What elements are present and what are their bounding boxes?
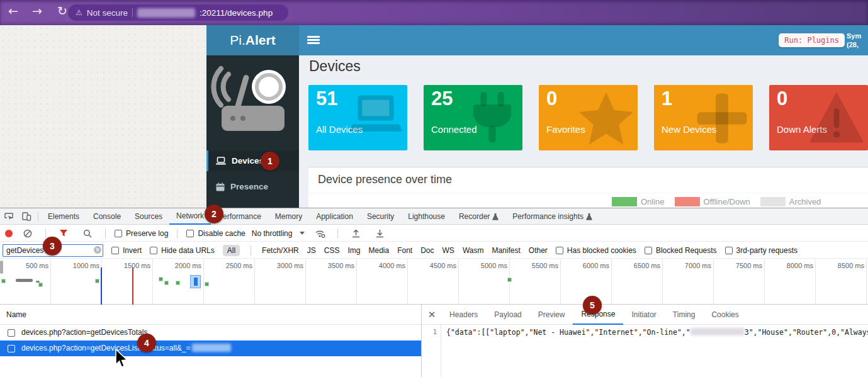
back-icon[interactable]: ← — [5, 4, 21, 18]
request-name-column-header[interactable]: Name — [0, 305, 421, 325]
has-blocked-cookies-checkbox[interactable]: Has blocked cookies — [556, 246, 636, 255]
sidebar: Devices Presence — [206, 55, 299, 208]
throttling-dropdown[interactable]: No throttling — [252, 229, 305, 238]
disable-cache-checkbox[interactable]: Disable cache — [186, 229, 245, 238]
line-number-gutter: 1 — [422, 325, 441, 377]
checkbox[interactable] — [725, 247, 733, 254]
clear-icon[interactable] — [19, 225, 37, 241]
forward-icon[interactable]: → — [29, 4, 45, 18]
menu-toggle-icon[interactable] — [307, 36, 320, 45]
close-icon[interactable]: ✕ — [422, 309, 441, 320]
waterfall-marker — [205, 283, 208, 286]
summary-cards: 51 All Devices 25 Connected — [308, 85, 868, 150]
inspect-element-icon[interactable] — [0, 208, 18, 224]
waterfall-marker — [165, 281, 168, 284]
filter-pill-doc[interactable]: Doc — [420, 246, 434, 255]
legend-offline: Offline/Down — [675, 197, 750, 206]
detail-tab-payload[interactable]: Payload — [486, 305, 529, 325]
record-button[interactable] — [5, 230, 13, 237]
detail-tab-initiator[interactable]: Initiator — [623, 305, 664, 325]
filter-pill-js[interactable]: JS — [307, 246, 316, 255]
tab-memory[interactable]: Memory — [268, 208, 309, 225]
experiment-flask-icon — [492, 213, 499, 220]
checkbox[interactable] — [115, 230, 122, 237]
sidebar-item-devices[interactable]: Devices — [206, 150, 299, 171]
plug-icon — [465, 90, 520, 148]
device-toolbar-icon[interactable] — [18, 208, 35, 224]
tab-sources[interactable]: Sources — [128, 208, 169, 225]
tab-elements[interactable]: Elements — [41, 208, 86, 225]
checkbox[interactable] — [556, 247, 563, 254]
filter-pill-other[interactable]: Other — [529, 246, 548, 255]
tab-lighthouse[interactable]: Lighthouse — [401, 208, 452, 225]
app-logo[interactable]: Pi.Alert — [206, 25, 299, 55]
card-down-alerts[interactable]: 0 Down Alerts — [769, 85, 868, 150]
annotation-step-1: 1 — [261, 152, 279, 171]
card-favorites[interactable]: 0 Favorites — [539, 85, 638, 150]
filter-pill-fetch-xhr[interactable]: Fetch/XHR — [262, 246, 299, 255]
clear-filter-icon[interactable]: ✕ — [94, 246, 101, 254]
address-divider — [132, 8, 133, 17]
address-bar[interactable]: ⚠ Not secure :20211/devices.php — [68, 4, 288, 21]
preserve-log-checkbox[interactable]: Preserve log — [115, 229, 168, 238]
blocked-requests-checkbox[interactable]: Blocked Requests — [645, 246, 717, 255]
network-toolbar: Preserve log Disable cache No throttling — [0, 225, 868, 242]
detail-tabbar: ✕ Headers Payload Preview Response Initi… — [422, 305, 868, 325]
filter-pill-media[interactable]: Media — [368, 246, 389, 255]
devtools-panel: Elements Console Sources Network Perform… — [0, 208, 868, 377]
import-har-icon[interactable] — [347, 225, 364, 241]
card-all-devices[interactable]: 51 All Devices — [308, 85, 407, 150]
request-row-get-devices-list[interactable]: devices.php?action=getDevicesList&status… — [0, 340, 421, 356]
checkbox[interactable] — [111, 247, 119, 254]
request-list-pane: Name devices.php?action=getDevicesTotals… — [0, 305, 422, 377]
card-new-devices[interactable]: 1 New Devices — [654, 85, 753, 150]
checkbox[interactable] — [8, 329, 15, 337]
sidebar-item-presence[interactable]: Presence — [206, 176, 299, 197]
hide-data-urls-checkbox[interactable]: Hide data URLs — [150, 246, 215, 255]
timeline-ruler: 500 ms 1000 ms 1500 ms 2000 ms 2500 ms 3… — [0, 259, 868, 273]
tab-security[interactable]: Security — [360, 208, 401, 225]
checkbox[interactable] — [186, 230, 194, 237]
redacted-host — [137, 8, 195, 18]
request-row-get-devices-totals[interactable]: devices.php?action=getDevicesTotals — [0, 325, 421, 340]
card-connected[interactable]: 25 Connected — [424, 85, 522, 150]
network-bottom-split: Name devices.php?action=getDevicesTotals… — [0, 305, 868, 377]
checkbox[interactable] — [8, 345, 15, 352]
checkbox[interactable] — [150, 247, 157, 254]
filter-pill-wasm[interactable]: Wasm — [463, 246, 484, 255]
screenshot-root: ← → ↻ ⚠ Not secure :20211/devices.php Pi… — [0, 0, 868, 377]
selected-request-marker[interactable] — [190, 275, 201, 288]
tick-label: 1500 ms — [102, 259, 153, 273]
network-overview-timeline[interactable]: 500 ms 1000 ms 1500 ms 2000 ms 2500 ms 3… — [0, 259, 868, 305]
filter-pill-manifest[interactable]: Manifest — [492, 246, 520, 255]
detail-tab-headers[interactable]: Headers — [441, 305, 486, 325]
tab-recorder[interactable]: Recorder — [452, 208, 505, 225]
response-body[interactable]: 1 {"data":[["laptop","Net - Huawei","Int… — [422, 325, 868, 377]
filter-pill-ws[interactable]: WS — [442, 246, 454, 255]
tab-console[interactable]: Console — [86, 208, 128, 225]
logo-prefix: Pi. — [230, 33, 245, 48]
tab-application[interactable]: Application — [309, 208, 360, 225]
panel-title: Device presence over time — [318, 173, 452, 186]
network-conditions-icon[interactable] — [311, 225, 329, 241]
detail-tab-timing[interactable]: Timing — [665, 305, 704, 325]
divider — [45, 228, 46, 239]
tick-label: 3000 ms — [255, 259, 306, 273]
filter-pill-img[interactable]: Img — [347, 246, 360, 255]
invert-checkbox[interactable]: Invert — [111, 246, 142, 255]
third-party-requests-checkbox[interactable]: 3rd-party requests — [725, 246, 798, 255]
run-plugins-button[interactable]: Run: Plugins — [779, 33, 845, 47]
filter-pill-font[interactable]: Font — [397, 246, 412, 255]
export-har-icon[interactable] — [371, 225, 388, 241]
detail-tab-preview[interactable]: Preview — [530, 305, 573, 325]
checkbox[interactable] — [645, 247, 652, 254]
not-secure-label: Not secure — [87, 8, 128, 18]
filter-pill-all[interactable]: All — [223, 245, 240, 256]
filter-pill-css[interactable]: CSS — [324, 246, 340, 255]
detail-tab-cookies[interactable]: Cookies — [703, 305, 747, 325]
app-header: Pi.Alert Run: Plugins Sym (28, — [206, 25, 868, 55]
domcontentloaded-line — [101, 267, 102, 305]
search-icon[interactable] — [79, 225, 96, 241]
divider — [38, 211, 38, 222]
tab-performance-insights[interactable]: Performance insights — [505, 208, 599, 225]
